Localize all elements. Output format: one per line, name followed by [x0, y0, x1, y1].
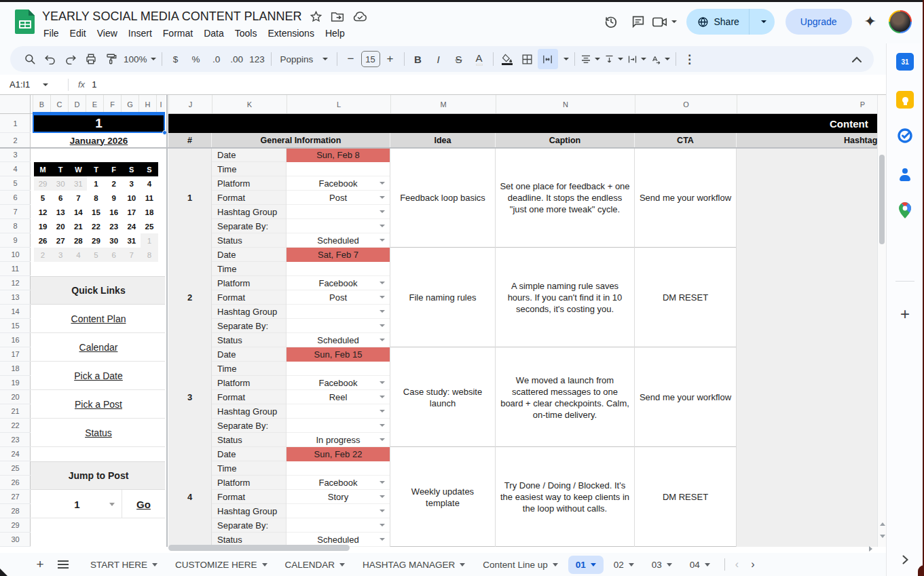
quick-link-pick-a-date[interactable]: Pick a Date [31, 362, 166, 390]
calendar-date-cell[interactable]: 8 [141, 248, 158, 262]
column-header-f[interactable]: F [103, 95, 121, 113]
menu-help[interactable]: Help [320, 26, 350, 41]
vertical-scrollbar-thumb[interactable] [879, 155, 885, 244]
caption-cell[interactable]: A simple naming rule saves hours. If you… [496, 248, 635, 347]
format-select[interactable]: Reel [287, 390, 390, 404]
row-header-24[interactable]: 24 [0, 447, 31, 461]
google-keep-icon[interactable] [896, 91, 914, 109]
column-header-e[interactable]: E [86, 95, 103, 113]
row-header-28[interactable]: 28 [0, 504, 31, 518]
hide-menus-chevron[interactable] [847, 49, 867, 69]
calendar-date-cell[interactable]: 2 [34, 248, 52, 262]
menu-extensions[interactable]: Extensions [262, 26, 319, 41]
label-platform[interactable]: Platform [212, 276, 286, 290]
post-number-cell[interactable]: 3 [168, 347, 212, 447]
header-caption[interactable]: Caption [496, 133, 635, 148]
calendar-date-cell[interactable]: 12 [34, 205, 52, 219]
column-header-n[interactable]: N [496, 95, 635, 113]
hashtag-cell[interactable] [737, 148, 877, 248]
sheet-tab-04[interactable]: 04 [682, 556, 718, 574]
calendar-date-cell[interactable]: 23 [105, 219, 123, 233]
vertical-scrollbar[interactable] [877, 95, 886, 547]
text-wrap-button[interactable] [625, 49, 648, 69]
fill-color-button[interactable] [497, 49, 517, 69]
platform-select[interactable]: Facebook [287, 176, 390, 191]
sheet-tab-start-here[interactable]: START HERE [83, 556, 165, 574]
calendar-date-cell[interactable]: 14 [69, 205, 87, 219]
header-idea[interactable]: Idea [390, 133, 496, 148]
calendar-date-cell[interactable]: 15 [87, 205, 105, 219]
date-cell[interactable]: Sun, Feb 8 [287, 148, 390, 162]
calendar-date-cell[interactable]: 30 [105, 233, 123, 248]
post-number-cell[interactable]: 1 [168, 148, 212, 248]
calendar-date-cell[interactable]: 26 [34, 233, 52, 248]
format-currency-button[interactable]: $ [166, 49, 186, 69]
menu-edit[interactable]: Edit [64, 26, 92, 41]
calendar-date-cell[interactable]: 5 [34, 191, 52, 205]
label-status[interactable]: Status [212, 433, 286, 447]
menu-file[interactable]: File [38, 26, 64, 41]
date-cell[interactable]: Sun, Feb 22 [287, 447, 390, 461]
row-header-13[interactable]: 13 [0, 290, 31, 305]
time-cell[interactable] [287, 461, 390, 476]
header-hashtag[interactable]: Hashtag [844, 133, 877, 148]
decrease-decimal-button[interactable]: .0 [206, 49, 227, 69]
status-select[interactable]: Scheduled [287, 233, 390, 248]
calendar-date-cell[interactable]: 29 [87, 233, 105, 248]
platform-select[interactable]: Facebook [287, 476, 390, 490]
go-link[interactable]: Go [122, 490, 165, 518]
row-header-22[interactable]: 22 [0, 419, 31, 433]
calendar-date-cell[interactable]: 4 [141, 176, 158, 191]
undo-icon[interactable] [40, 49, 60, 69]
add-sheet-icon[interactable]: + [29, 553, 52, 576]
label-hashtag-group[interactable]: Hashtag Group [212, 504, 286, 518]
hashtag-group-select[interactable] [287, 205, 390, 219]
quick-link-calendar[interactable]: Calendar [31, 333, 166, 362]
label-date[interactable]: Date [212, 447, 286, 461]
more-formats-button[interactable]: 123 [247, 49, 267, 69]
sheet-tab-calendar[interactable]: CALENDAR [278, 556, 353, 574]
row-header-30[interactable]: 30 [0, 533, 31, 547]
hashtag-cell[interactable] [737, 347, 877, 447]
row-header-14[interactable]: 14 [0, 305, 31, 319]
column-header-l[interactable]: L [287, 95, 390, 113]
sheet-tab-content-line-up[interactable]: Content Line up [475, 556, 565, 574]
row-header-23[interactable]: 23 [0, 433, 31, 447]
sheet-tab-hashtag-manager[interactable]: HASHTAG MANAGER [355, 556, 473, 574]
calendar-date-cell[interactable]: 21 [69, 219, 87, 233]
caption-cell[interactable]: Set one place for feedback + one deadlin… [496, 148, 635, 248]
google-tasks-icon[interactable] [896, 127, 914, 145]
format-select[interactable]: Post [287, 191, 390, 205]
calendar-date-cell[interactable]: 7 [69, 191, 87, 205]
time-cell[interactable] [287, 362, 390, 376]
row-header-16[interactable]: 16 [0, 333, 31, 347]
scroll-up-arrow[interactable] [880, 522, 885, 526]
row-header-2[interactable]: 2 [0, 133, 31, 148]
borders-button[interactable] [517, 49, 538, 69]
google-calendar-icon[interactable]: 31 [896, 53, 914, 71]
quick-link-pick-a-post[interactable]: Pick a Post [31, 390, 166, 419]
scroll-tabs-left[interactable]: ‹ [729, 558, 745, 571]
selection-fill-handle[interactable] [162, 130, 166, 135]
more-toolbar-options[interactable]: ⋮ [680, 49, 700, 69]
version-history-icon[interactable] [597, 8, 625, 35]
status-select[interactable]: Scheduled [287, 333, 390, 347]
row-header-21[interactable]: 21 [0, 404, 31, 419]
decrease-font-size-button[interactable]: − [341, 49, 361, 69]
hashtag-cell[interactable] [737, 447, 877, 547]
hashtag-group-select[interactable] [287, 305, 390, 319]
strikethrough-button[interactable]: S [449, 49, 469, 69]
text-color-button[interactable]: A [469, 49, 489, 69]
hashtag-cell[interactable] [737, 248, 877, 347]
all-sheets-icon[interactable] [52, 553, 75, 576]
sheet-tab-01[interactable]: 01 [568, 556, 604, 574]
calendar-date-cell[interactable]: 24 [123, 219, 141, 233]
row-header-17[interactable]: 17 [0, 347, 31, 362]
zoom-select[interactable]: 100% [122, 49, 158, 69]
column-header-m[interactable]: M [390, 95, 496, 113]
row-header-6[interactable]: 6 [0, 191, 31, 205]
label-date[interactable]: Date [212, 148, 286, 162]
calendar-date-cell[interactable]: 27 [52, 233, 69, 248]
sheet-tab-03[interactable]: 03 [644, 556, 680, 574]
label-status[interactable]: Status [212, 333, 286, 347]
